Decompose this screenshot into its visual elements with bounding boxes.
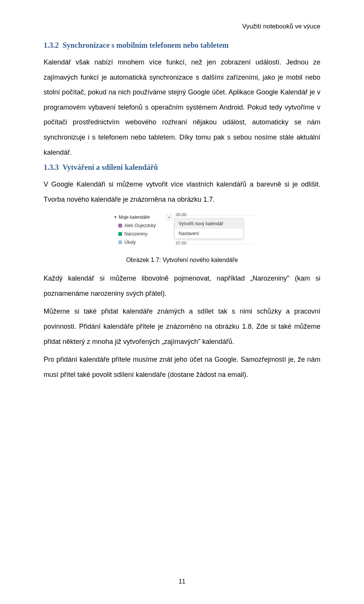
heading-1-3-3: 1.3.3 Vytváření a sdílení kalendářů [44, 163, 320, 172]
paragraph: Kalendář však nabízí mnohem více funkcí,… [44, 55, 320, 160]
figure-calendar-screenshot: ▼ Moje kalendáře ▾ Aleš Oujezdský Naroze… [110, 212, 254, 253]
calendar-item[interactable]: Úkoly [112, 238, 172, 246]
calendar-item-label: Aleš Oujezdský [124, 223, 156, 228]
menu-item-settings[interactable]: Nastavení [175, 229, 243, 238]
color-swatch-icon [118, 240, 122, 244]
heading-number: 1.3.3 [44, 163, 59, 171]
sidebar-title: Moje kalendáře [119, 215, 166, 220]
heading-number: 1.3.2 [44, 41, 59, 49]
dropdown-button[interactable]: ▾ [166, 214, 172, 220]
page: Využití notebooků ve výuce 1.3.2 Synchro… [0, 0, 364, 604]
triangle-icon: ▼ [114, 215, 117, 219]
color-swatch-icon [118, 224, 122, 227]
calendar-item[interactable]: Aleš Oujezdský [112, 221, 172, 230]
calendar-item[interactable]: Narozeniny [112, 230, 172, 238]
heading-title: Vytváření a sdílení kalendářů [63, 163, 158, 171]
color-swatch-icon [118, 232, 122, 236]
calendar-item-label: Narozeniny [124, 231, 147, 237]
page-number: 11 [0, 578, 364, 585]
paragraph: Pro přidání kalendáře přítele musíme zná… [44, 352, 320, 382]
figure-caption: Obrázek 1.7: Vytvoření nového kalendáře [44, 256, 320, 264]
calendar-grid: 05:00 07:00 Vytvořit nový kalendář Nasta… [174, 212, 254, 253]
paragraph: V Google Kalendáři si můžeme vytvořit ví… [44, 177, 320, 207]
paragraph: Každý kalendář si můžeme libovolně pojme… [44, 271, 320, 301]
time-label: 07:00 [176, 241, 187, 245]
heading-1-3-2: 1.3.2 Synchronizace s mobilním telefonem… [44, 41, 320, 50]
calendar-sidebar: ▼ Moje kalendáře ▾ Aleš Oujezdský Naroze… [110, 212, 174, 253]
calendar-item-label: Úkoly [124, 240, 136, 245]
context-menu: Vytvořit nový kalendář Nastavení [174, 218, 243, 239]
time-label: 05:00 [176, 212, 187, 217]
sidebar-header[interactable]: ▼ Moje kalendáře ▾ [112, 213, 172, 221]
chevron-down-icon: ▾ [168, 216, 170, 219]
menu-item-create-calendar[interactable]: Vytvořit nový kalendář [175, 219, 243, 229]
running-header: Využití notebooků ve výuce [44, 23, 320, 30]
paragraph: Můžeme si také přidat kalendáře známých … [44, 304, 320, 349]
heading-title: Synchronizace s mobilním telefonem nebo … [63, 41, 229, 49]
